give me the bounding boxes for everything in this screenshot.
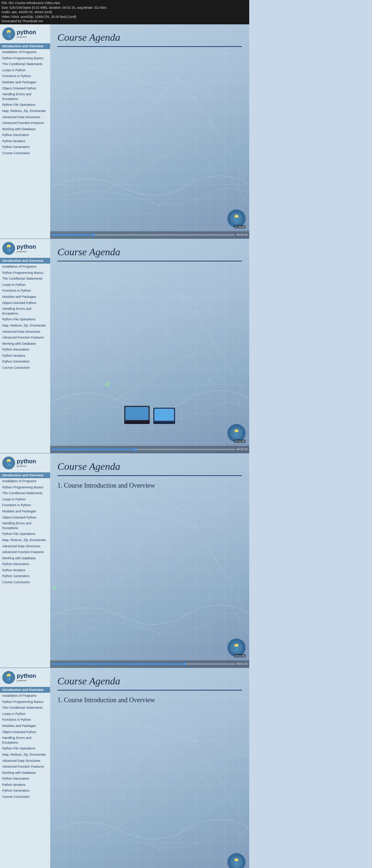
svg-line-83 — [86, 722, 177, 813]
cursor-indicator — [53, 586, 56, 590]
progress-bar[interactable]: 00:01:42 — [50, 660, 249, 668]
svg-line-14 — [141, 60, 249, 115]
sidebar-item-7[interactable]: Handling Errors and Exceptions — [0, 520, 50, 531]
sidebar-item-12[interactable]: Working with Database — [0, 770, 50, 776]
sidebar-item-16[interactable]: Course Conclusion — [0, 579, 50, 585]
sidebar-item-3[interactable]: Loops in Python — [0, 67, 50, 73]
sidebar-item-6[interactable]: Object-Oriented Python — [0, 729, 50, 735]
sidebar-item-8[interactable]: Python File Operations — [0, 316, 50, 323]
sidebar-item-11[interactable]: Advanced Function Features — [0, 764, 50, 770]
sidebar-item-0[interactable]: Installation of Programs — [0, 693, 50, 699]
sidebar-item-1[interactable]: Python Programming Basics — [0, 270, 50, 276]
sidebar-item-2[interactable]: The Conditional Statements — [0, 705, 50, 711]
video-panel-3: python powered Introduction and Overview… — [0, 453, 249, 668]
sidebar-item-5[interactable]: Modules and Packages — [0, 508, 50, 515]
sidebar-item-16[interactable]: Course Conclusion — [0, 150, 50, 156]
progress-fill — [52, 234, 92, 236]
sidebar-item-4[interactable]: Functions in Python — [0, 502, 50, 508]
sidebar-item-14[interactable]: Python Iterators — [0, 353, 50, 359]
sidebar-item-4[interactable]: Functions in Python — [0, 73, 50, 79]
sidebar-item-5[interactable]: Modules and Packages — [0, 294, 50, 300]
sidebar-item-6[interactable]: Object-Oriented Python — [0, 515, 50, 521]
sidebar-item-14[interactable]: Python Iterators — [0, 567, 50, 573]
sidebar-item-7[interactable]: Handling Errors and Exceptions — [0, 306, 50, 316]
progress-dot — [134, 448, 137, 451]
svg-line-88 — [50, 704, 141, 740]
svg-line-54 — [68, 489, 123, 580]
sidebar-item-12[interactable]: Working with Database — [0, 555, 50, 561]
progress-bar[interactable]: 00:00:29 — [50, 231, 249, 239]
info-bar: File: 001 Course Introductory Video.mp4 … — [0, 0, 249, 24]
progress-dot — [183, 663, 186, 665]
svg-line-89 — [141, 704, 249, 759]
sidebar-item-1[interactable]: Python Programming Basics — [0, 699, 50, 705]
sidebar-item-2[interactable]: The Conditional Statements — [0, 276, 50, 282]
sidebar-item-9[interactable]: Map, Reduce, Zip, Enumerate — [0, 108, 50, 114]
sidebar-item-16[interactable]: Course Conclusion — [0, 794, 50, 800]
svg-rect-51 — [8, 461, 10, 464]
svg-point-94 — [177, 721, 178, 723]
sidebar-item-6[interactable]: Object-Oriented Python — [0, 85, 50, 92]
sidebar-logo: python powered — [0, 24, 50, 43]
progress-bar[interactable]: 00:01:02 — [50, 446, 249, 453]
sidebar-item-14[interactable]: Python Iterators — [0, 782, 50, 788]
sidebar-item-4[interactable]: Functions in Python — [0, 717, 50, 723]
sidebar-item-8[interactable]: Python File Operations — [0, 531, 50, 537]
sidebar-item-8[interactable]: Python File Operations — [0, 745, 50, 752]
sidebar-item-3[interactable]: Loops in Python — [0, 496, 50, 503]
svg-point-18 — [195, 96, 196, 97]
svg-line-10 — [50, 133, 159, 206]
sidebar-item-7[interactable]: Handling Errors and Exceptions — [0, 735, 50, 745]
svg-line-12 — [105, 42, 214, 169]
sidebar-item-13[interactable]: Python Decorators — [0, 776, 50, 782]
progress-fill — [52, 663, 183, 665]
sidebar-item-0[interactable]: Installation of Programs — [0, 49, 50, 55]
sidebar-item-1[interactable]: Python Programming Basics — [0, 55, 50, 61]
sidebar-item-0[interactable]: Installation of Programs — [0, 264, 50, 270]
sidebar-item-16[interactable]: Course Conclusion — [0, 365, 50, 371]
sidebar-item-5[interactable]: Modules and Packages — [0, 723, 50, 729]
sidebar-item-13[interactable]: Python Decorators — [0, 132, 50, 138]
progress-track — [52, 449, 235, 450]
sidebar-item-13[interactable]: Python Decorators — [0, 347, 50, 353]
sidebar-item-11[interactable]: Advanced Function Features — [0, 335, 50, 341]
svg-line-65 — [79, 562, 203, 635]
sidebar-item-15[interactable]: Python Generators — [0, 144, 50, 150]
sidebar-item-2[interactable]: The Conditional Statements — [0, 490, 50, 496]
sidebar-item-6[interactable]: Object-Oriented Python — [0, 300, 50, 306]
svg-line-64 — [141, 489, 249, 544]
sidebar-item-11[interactable]: Advanced Function Features — [0, 120, 50, 126]
sidebar-item-7[interactable]: Handling Errors and Exceptions — [0, 91, 50, 102]
svg-line-80 — [123, 740, 195, 795]
svg-line-81 — [195, 740, 249, 831]
sidebar-item-3[interactable]: Loops in Python — [0, 711, 50, 717]
sidebar-item-10[interactable]: Advanced Data Structures — [0, 758, 50, 764]
svg-point-44 — [177, 292, 178, 294]
sidebar-item-8[interactable]: Python File Operations — [0, 102, 50, 108]
sidebar-item-12[interactable]: Working with Database — [0, 341, 50, 347]
sidebar-item-10[interactable]: Advanced Data Structures — [0, 543, 50, 549]
sidebar-item-15[interactable]: Python Generators — [0, 788, 50, 794]
sidebar-item-15[interactable]: Python Generators — [0, 359, 50, 365]
sidebar-item-12[interactable]: Working with Database — [0, 126, 50, 132]
svg-line-56 — [195, 526, 249, 617]
svg-point-92 — [122, 794, 124, 796]
sidebar-item-9[interactable]: Map, Reduce, Zip, Enumerate — [0, 537, 50, 543]
sidebar-item-10[interactable]: Advanced Data Structures — [0, 114, 50, 120]
sidebar-item-10[interactable]: Advanced Data Structures — [0, 329, 50, 335]
sidebar-item-3[interactable]: Loops in Python — [0, 282, 50, 288]
sidebar-item-1[interactable]: Python Programming Basics — [0, 484, 50, 491]
sidebar-item-13[interactable]: Python Decorators — [0, 561, 50, 567]
sidebar-item-15[interactable]: Python Generators — [0, 573, 50, 579]
svg-point-17 — [122, 151, 124, 152]
sidebar-item-2[interactable]: The Conditional Statements — [0, 61, 50, 67]
sidebar-item-11[interactable]: Advanced Function Features — [0, 549, 50, 555]
sidebar-item-5[interactable]: Modules and Packages — [0, 79, 50, 85]
sidebar-item-4[interactable]: Functions in Python — [0, 288, 50, 294]
svg-line-29 — [68, 275, 123, 366]
logo-python-text: python — [17, 29, 36, 36]
sidebar-item-9[interactable]: Map, Reduce, Zip, Enumerate — [0, 752, 50, 758]
sidebar-item-14[interactable]: Python Iterators — [0, 138, 50, 144]
sidebar-item-0[interactable]: Installation of Programs — [0, 478, 50, 484]
sidebar-item-9[interactable]: Map, Reduce, Zip, Enumerate — [0, 323, 50, 329]
